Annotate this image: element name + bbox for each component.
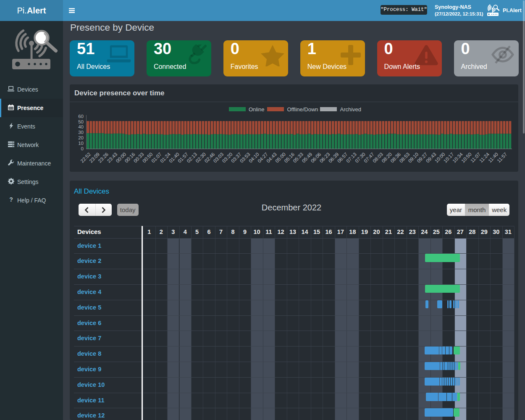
svg-text:?: ? xyxy=(9,197,13,203)
